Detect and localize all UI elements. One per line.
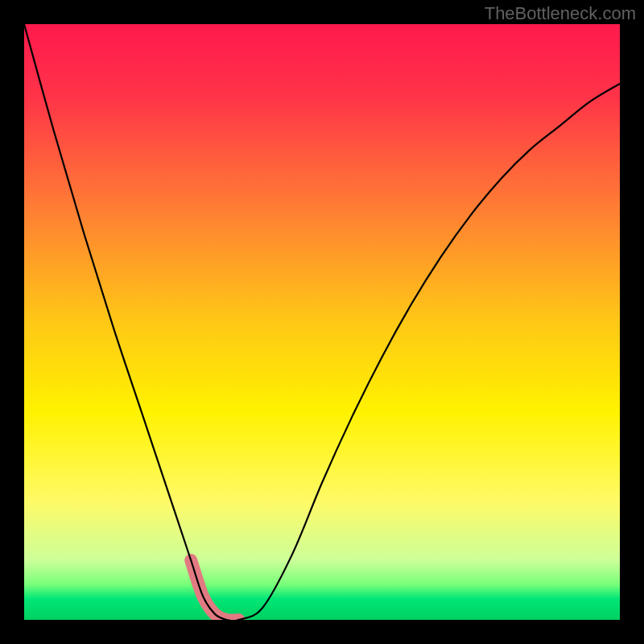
chart-container: TheBottleneck.com (0, 0, 644, 644)
watermark-text: TheBottleneck.com (485, 3, 636, 24)
plot-area (24, 24, 620, 620)
bottleneck-curve (24, 24, 620, 620)
marker-highlight (191, 560, 238, 620)
curve-layer (24, 24, 620, 620)
